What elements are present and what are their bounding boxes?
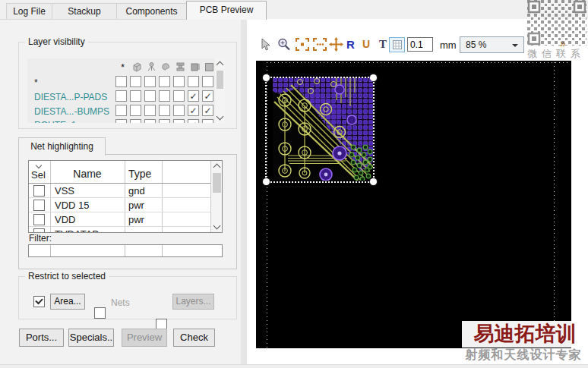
- check-button[interactable]: Check: [173, 329, 215, 347]
- layers-button[interactable]: Layers...: [172, 294, 214, 310]
- ports-button[interactable]: Ports...: [19, 329, 64, 347]
- net-name: VSS: [55, 185, 74, 197]
- tab-stackup[interactable]: Stackup: [52, 3, 117, 19]
- col-header-type[interactable]: Type: [128, 168, 151, 180]
- layer-visibility-title: Layer visibility: [25, 36, 88, 47]
- filter-input[interactable]: [28, 244, 223, 257]
- selection-handle[interactable]: [263, 178, 270, 185]
- col-header-name[interactable]: Name: [50, 168, 125, 180]
- net-row[interactable]: VDD 15 pwr: [29, 198, 210, 212]
- layer-visibility-table[interactable]: * E * DIESTA...P-PADS ✓✓ DI: [27, 58, 225, 123]
- area-checkbox[interactable]: [33, 296, 45, 307]
- zoom-in-icon[interactable]: [277, 37, 292, 55]
- zoom-level-select[interactable]: 85 %: [460, 36, 524, 53]
- net-name: VDD 15: [55, 200, 90, 211]
- tab-log-file[interactable]: Log File: [6, 3, 52, 19]
- sort-indicator-icon: [36, 162, 42, 168]
- brand-watermark: 易迪拓培训: [462, 321, 588, 348]
- net-type: pwr: [128, 200, 144, 211]
- selection-rectangle[interactable]: [265, 77, 375, 183]
- lv-row-label: DIESTA...P-PADS: [34, 92, 107, 102]
- grid-size-input[interactable]: [407, 37, 433, 52]
- net-table-header[interactable]: Sel Name Type: [29, 161, 210, 184]
- net-antenna-icon: [144, 61, 159, 73]
- lv-row-checks[interactable]: [115, 76, 217, 87]
- pan-icon[interactable]: [329, 37, 343, 54]
- net-row[interactable]: VSS gnd: [29, 184, 210, 198]
- scrollbar-thumb[interactable]: [217, 71, 223, 89]
- nets-checkbox[interactable]: [94, 307, 106, 319]
- filter-label: Filter:: [29, 233, 52, 244]
- panel-splitter[interactable]: [241, 20, 247, 368]
- tab-net-highlighting[interactable]: Net highlighting: [18, 137, 106, 156]
- lv-row-checks[interactable]: ✓: [115, 119, 217, 123]
- scroll-up-icon[interactable]: [215, 58, 225, 69]
- net-row[interactable]: TVDATAP pwr: [29, 227, 210, 233]
- unit-label: mm: [440, 39, 457, 51]
- board-outline-top: [267, 62, 567, 63]
- brand-tagline: 射频和天线设计专家: [459, 348, 588, 363]
- net-name: TVDATAP: [55, 228, 99, 233]
- zoom-level-value: 85 %: [466, 39, 486, 50]
- scrollbar-thumb[interactable]: [213, 173, 221, 193]
- scroll-down-icon[interactable]: [211, 222, 223, 232]
- lv-row-checks[interactable]: ✓✓: [115, 105, 217, 116]
- fit-view-icon[interactable]: [296, 38, 309, 53]
- net-select-checkbox[interactable]: [33, 185, 45, 197]
- zoom-selection-icon[interactable]: [313, 38, 327, 53]
- chip-icon: [188, 61, 202, 73]
- scroll-down-icon[interactable]: [215, 112, 225, 123]
- net-type: pwr: [128, 228, 144, 233]
- nets-label: Nets: [111, 297, 130, 308]
- cube-icon: [130, 61, 144, 73]
- specials-button[interactable]: Specials..: [68, 329, 114, 347]
- lv-row-label: DIESTA...-BUMPS: [34, 106, 109, 117]
- net-type: pwr: [128, 214, 144, 225]
- tab-bar: Log File Stackup Components PCB Preview: [0, 0, 588, 20]
- lv-row-label: *: [34, 77, 38, 88]
- lv-row-label: ROUTE_1: [34, 120, 76, 123]
- text-icon[interactable]: T: [379, 38, 387, 51]
- tab-components[interactable]: Components: [116, 3, 187, 19]
- rotate-icon[interactable]: U: [362, 38, 370, 50]
- tab-pcb-preview[interactable]: PCB Preview: [186, 1, 267, 20]
- chevron-down-icon: [512, 44, 518, 47]
- lv-scrollbar[interactable]: [215, 58, 225, 123]
- restrict-title: Restrict to selected: [25, 271, 109, 282]
- pcb-preview-dialog: Log File Stackup Components PCB Preview …: [0, 0, 588, 368]
- net-table[interactable]: Sel Name Type VSS gnd VDD 15 pwr VDD pwr…: [28, 160, 223, 233]
- pcb-preview-canvas[interactable]: [256, 61, 571, 348]
- net-type: gnd: [128, 185, 145, 197]
- via-icon: [173, 61, 188, 73]
- select-cursor-icon[interactable]: [259, 38, 271, 54]
- qr-code-watermark: 微信联系: [527, 0, 588, 61]
- selection-handle[interactable]: [370, 74, 377, 81]
- net-select-checkbox[interactable]: [33, 214, 45, 225]
- lv-row-checks[interactable]: ✓✓: [115, 90, 217, 102]
- selection-handle[interactable]: [370, 178, 377, 185]
- window-bottom-edge: [0, 364, 588, 368]
- net-select-checkbox[interactable]: [33, 200, 45, 211]
- net-row[interactable]: VDD pwr: [29, 212, 210, 227]
- grid-toggle-icon[interactable]: [389, 37, 405, 52]
- redraw-icon[interactable]: R: [346, 38, 355, 51]
- net-name: VDD: [55, 214, 75, 225]
- qr-caption: 微信联系: [527, 47, 588, 61]
- col-header-sel[interactable]: Sel: [31, 169, 46, 181]
- shape-icon: [159, 61, 173, 73]
- lv-header-star: *: [115, 61, 130, 73]
- selection-handle[interactable]: [263, 74, 270, 81]
- preview-button[interactable]: Preview: [122, 329, 167, 347]
- board-outline-right: [554, 62, 555, 348]
- area-button[interactable]: Area...: [50, 294, 85, 310]
- net-scrollbar[interactable]: [210, 161, 223, 232]
- scroll-up-icon[interactable]: [211, 161, 223, 171]
